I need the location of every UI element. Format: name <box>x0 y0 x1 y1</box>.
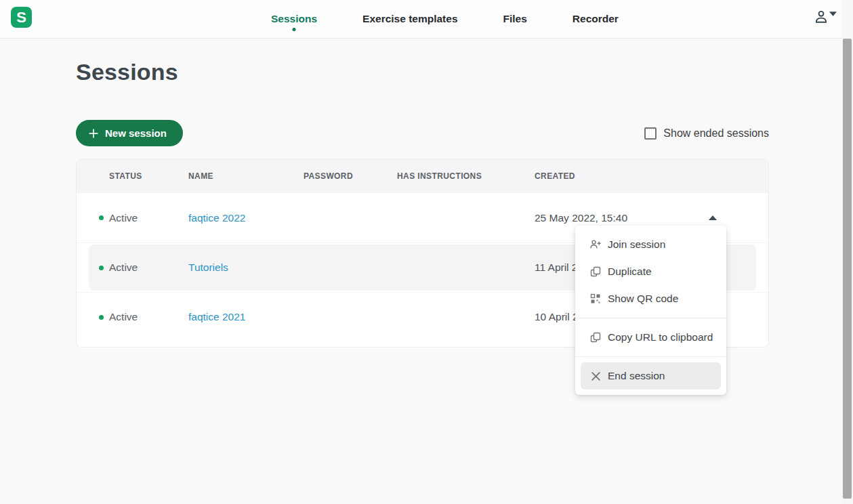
menu-divider <box>575 318 726 318</box>
menu-item-show-qr-code[interactable]: Show QR code <box>575 285 726 312</box>
duplicate-icon <box>589 266 602 278</box>
menu-item-duplicate[interactable]: Duplicate <box>575 258 726 285</box>
table-header-row: STATUS NAME PASSWORD HAS INSTRUCTIONS CR… <box>77 159 768 193</box>
column-header-has-instructions: HAS INSTRUCTIONS <box>397 171 535 181</box>
menu-item-label: Join session <box>608 238 665 251</box>
active-tab-dot <box>293 28 296 31</box>
menu-item-copy-url[interactable]: Copy URL to clipboard <box>575 324 726 351</box>
status-label: Active <box>109 212 138 224</box>
show-ended-sessions-checkbox[interactable] <box>644 127 657 140</box>
person-add-icon <box>589 238 602 251</box>
vertical-scrollbar-thumb[interactable] <box>843 39 852 499</box>
status-label: Active <box>109 311 138 323</box>
session-name-link[interactable]: Tutoriels <box>188 261 228 273</box>
column-header-status: STATUS <box>77 171 188 181</box>
menu-item-join-session[interactable]: Join session <box>575 231 726 258</box>
menu-item-label: Copy URL to clipboard <box>608 331 713 343</box>
menu-item-label: Duplicate <box>608 266 652 278</box>
status-active-dot <box>99 315 104 320</box>
tab-files[interactable]: Files <box>503 0 527 38</box>
created-cell: 25 May 2022, 15:40 <box>535 212 709 224</box>
top-navbar: S Sessions Exercise templates Files Reco… <box>0 0 853 39</box>
new-session-button-label: New session <box>105 127 167 139</box>
copy-icon <box>589 331 602 343</box>
app-window: S Sessions Exercise templates Files Reco… <box>0 0 853 504</box>
show-ended-sessions-toggle[interactable]: Show ended sessions <box>644 127 769 140</box>
page-title: Sessions <box>76 59 769 85</box>
column-header-created: CREATED <box>535 171 709 181</box>
menu-item-label: End session <box>608 370 665 382</box>
menu-item-label: Show QR code <box>608 293 678 305</box>
tab-files-label: Files <box>503 13 527 25</box>
menu-item-end-session[interactable]: End session <box>581 362 721 390</box>
status-active-dot <box>99 266 104 270</box>
session-name-link[interactable]: faqtice 2021 <box>188 311 245 322</box>
status-label: Active <box>109 261 138 274</box>
row-actions-collapse-caret-icon[interactable] <box>709 215 717 220</box>
person-icon <box>814 9 829 24</box>
show-ended-sessions-label: Show ended sessions <box>663 127 769 140</box>
menu-divider <box>575 356 726 357</box>
app-logo-letter: S <box>16 9 26 26</box>
new-session-button[interactable]: New session <box>76 120 183 146</box>
toolbar: New session Show ended sessions <box>76 120 769 146</box>
app-logo[interactable]: S <box>11 7 32 28</box>
chevron-down-icon <box>829 12 837 17</box>
user-account-menu[interactable] <box>814 9 837 24</box>
column-header-name: NAME <box>188 171 304 181</box>
tab-exercise-templates[interactable]: Exercise templates <box>362 0 457 38</box>
tab-recorder[interactable]: Recorder <box>573 0 619 38</box>
tab-sessions[interactable]: Sessions <box>271 0 317 38</box>
close-icon <box>589 370 602 382</box>
plus-icon <box>88 128 99 139</box>
tab-sessions-label: Sessions <box>271 13 317 25</box>
qr-code-icon <box>589 293 602 305</box>
vertical-scrollbar-track <box>841 0 853 504</box>
tab-recorder-label: Recorder <box>573 13 619 25</box>
session-name-link[interactable]: faqtice 2022 <box>188 212 245 224</box>
main-nav: Sessions Exercise templates Files Record… <box>271 0 619 38</box>
status-active-dot <box>99 215 104 220</box>
column-header-password: PASSWORD <box>304 171 397 181</box>
row-actions-menu: Join session Duplicate Show <box>575 226 726 395</box>
tab-exercise-templates-label: Exercise templates <box>362 13 457 25</box>
